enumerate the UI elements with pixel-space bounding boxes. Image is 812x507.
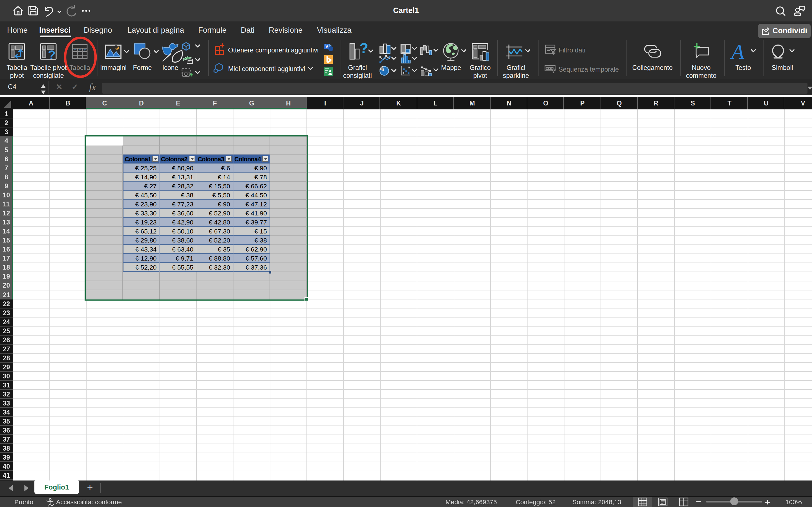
svg-text:?: ? (359, 40, 368, 56)
svg-text:A: A (730, 40, 744, 63)
svg-text:?: ? (48, 48, 56, 62)
svg-text:V: V (325, 44, 329, 49)
